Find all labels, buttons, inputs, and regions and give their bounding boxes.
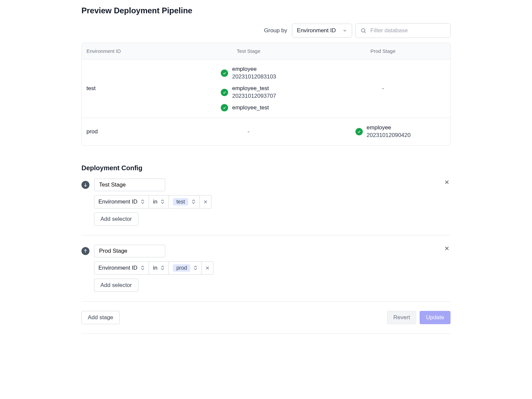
stage-item-name: employee [367, 124, 411, 132]
stage-name-input[interactable] [94, 179, 165, 191]
sort-icon [141, 199, 145, 204]
svg-point-0 [361, 29, 365, 32]
cell-test-stage: - [181, 118, 316, 145]
arrow-up-circle-icon [81, 247, 89, 255]
stage-name-input[interactable] [94, 245, 165, 257]
selector-value-chip: prod [173, 264, 190, 272]
selector-op-select[interactable]: in [149, 195, 169, 208]
preview-toolbar: Group by Environment ID [81, 23, 451, 38]
selector-field-select[interactable]: Environment ID [94, 195, 149, 208]
group-by-label: Group by [264, 27, 287, 34]
stage-item: employee 20231012090420 [355, 124, 411, 139]
preview-title: Preview Deployment Pipeline [81, 6, 451, 15]
selector-op-select[interactable]: in [149, 261, 169, 275]
sort-icon [161, 265, 165, 271]
close-icon [203, 200, 208, 204]
selector-value-chip: test [173, 198, 188, 205]
add-stage-button[interactable]: Add stage [81, 311, 120, 324]
config-title: Deployment Config [81, 164, 451, 172]
sort-icon [194, 265, 198, 271]
filter-database-input[interactable] [370, 27, 446, 34]
pipeline-table: Environment ID Test Stage Prod Stage tes… [81, 43, 451, 146]
filter-database-search[interactable] [355, 23, 451, 38]
stage-item-sub: 20231012090420 [367, 132, 411, 139]
sort-icon [161, 199, 165, 204]
remove-selector-button[interactable] [202, 261, 213, 275]
close-icon [205, 266, 210, 270]
col-header-env: Environment ID [82, 43, 181, 60]
svg-line-1 [364, 32, 365, 33]
group-by-value: Environment ID [297, 27, 336, 34]
check-circle-icon [221, 89, 228, 96]
table-row: test employee 20231012083103 [82, 60, 450, 118]
stage-item: employee_test 20231012093707 [221, 85, 276, 100]
check-circle-icon [355, 128, 363, 135]
add-selector-button[interactable]: Add selector [94, 279, 138, 292]
cell-env: prod [82, 118, 181, 145]
col-header-prod: Prod Stage [316, 43, 450, 60]
config-footer: Add stage Revert Update [81, 311, 451, 334]
stage-item-sub: 20231012093707 [232, 92, 276, 100]
revert-button[interactable]: Revert [387, 311, 416, 324]
stage-item: employee 20231012083103 [221, 66, 276, 81]
arrow-down-circle-icon [81, 181, 89, 189]
stage-item-name: employee_test [232, 104, 269, 112]
selector-field-value: Environment ID [98, 265, 137, 271]
update-button[interactable]: Update [420, 311, 451, 324]
chevron-down-icon [342, 28, 347, 33]
remove-stage-button[interactable] [443, 245, 451, 252]
sort-icon [192, 199, 196, 204]
selector-row: Environment ID in prod [94, 261, 451, 275]
stage-item-name: employee [232, 66, 276, 73]
selector-value-select[interactable]: test [169, 195, 200, 208]
cell-prod-stage: employee 20231012090420 [316, 118, 450, 145]
search-icon [360, 28, 366, 34]
stage-item-sub: 20231012083103 [232, 73, 276, 81]
stage-config: Environment ID in test [81, 179, 451, 235]
remove-selector-button[interactable] [200, 195, 211, 208]
selector-op-value: in [153, 199, 157, 205]
cell-env: test [82, 60, 181, 118]
selector-row: Environment ID in test [94, 195, 451, 208]
selector-op-value: in [153, 265, 157, 271]
cell-test-stage: employee 20231012083103 employee_test 20… [181, 60, 316, 118]
selector-field-select[interactable]: Environment ID [94, 261, 149, 275]
stage-config: Environment ID in prod [81, 245, 451, 302]
check-circle-icon [221, 104, 228, 111]
add-selector-button[interactable]: Add selector [94, 212, 138, 226]
selector-value-select[interactable]: prod [169, 261, 202, 275]
stage-item: employee_test [221, 104, 276, 112]
group-by-select[interactable]: Environment ID [292, 24, 352, 38]
sort-icon [141, 265, 145, 271]
stage-item-name: employee_test [232, 85, 276, 92]
check-circle-icon [221, 69, 228, 77]
selector-field-value: Environment ID [98, 199, 137, 205]
col-header-test: Test Stage [181, 43, 316, 60]
remove-stage-button[interactable] [443, 179, 451, 186]
cell-prod-stage: - [316, 60, 450, 118]
table-row: prod - employee 20231012090420 [82, 118, 450, 145]
